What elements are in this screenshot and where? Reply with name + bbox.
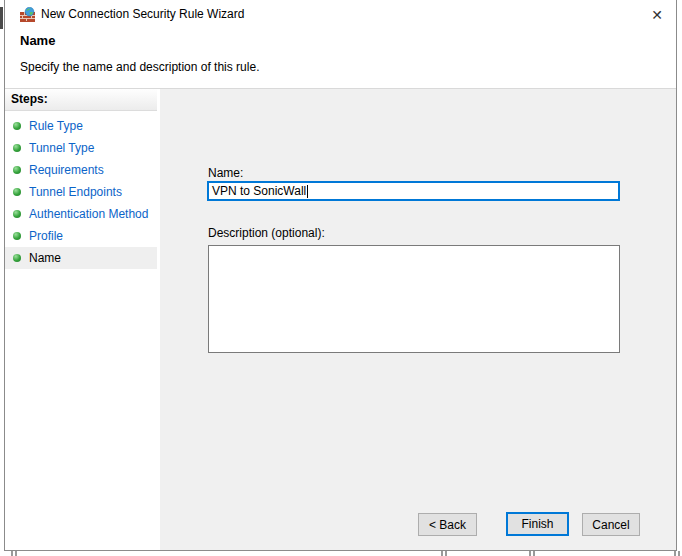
name-input-value: VPN to SonicWall (212, 184, 306, 198)
sidebar-item-tunnel-type[interactable]: Tunnel Type (5, 137, 157, 159)
steps-list: Rule Type Tunnel Type Requirements Tunne… (5, 115, 157, 269)
background-splitter-mark (674, 551, 680, 556)
page-title: Name (20, 33, 55, 48)
step-bullet-icon (13, 254, 21, 262)
step-bullet-icon (13, 144, 21, 152)
firewall-icon (20, 7, 35, 22)
description-input[interactable] (208, 245, 620, 353)
sidebar-item-rule-type[interactable]: Rule Type (5, 115, 157, 137)
name-field-label: Name: (208, 166, 243, 180)
sidebar-item-name[interactable]: Name (5, 247, 157, 269)
sidebar-item-profile[interactable]: Profile (5, 225, 157, 247)
text-caret (307, 185, 308, 198)
title-bar[interactable]: New Connection Security Rule Wizard ✕ (5, 0, 676, 29)
background-splitter-mark (441, 551, 447, 556)
name-input[interactable]: VPN to SonicWall (207, 181, 620, 201)
step-bullet-icon (13, 122, 21, 130)
background-splitter-mark (11, 551, 17, 556)
close-icon: ✕ (651, 8, 663, 22)
steps-heading: Steps: (5, 89, 157, 111)
cancel-button[interactable]: Cancel (582, 513, 640, 536)
step-label: Requirements (29, 163, 104, 177)
background-splitter-mark (529, 551, 535, 556)
steps-sidebar: Steps: Rule Type Tunnel Type Requirement… (5, 89, 157, 550)
step-label: Tunnel Endpoints (29, 185, 122, 199)
description-field-label: Description (optional): (208, 226, 325, 240)
page-subtitle: Specify the name and description of this… (20, 60, 259, 74)
sidebar-item-requirements[interactable]: Requirements (5, 159, 157, 181)
wizard-dialog: New Connection Security Rule Wizard ✕ Na… (4, 0, 677, 551)
window-title: New Connection Security Rule Wizard (41, 0, 244, 29)
finish-button[interactable]: Finish (506, 512, 569, 536)
step-bullet-icon (13, 188, 21, 196)
step-label: Profile (29, 229, 63, 243)
screen-background: New Connection Security Rule Wizard ✕ Na… (0, 0, 682, 556)
step-bullet-icon (13, 210, 21, 218)
sidebar-item-tunnel-endpoints[interactable]: Tunnel Endpoints (5, 181, 157, 203)
close-button[interactable]: ✕ (644, 2, 670, 27)
step-bullet-icon (13, 232, 21, 240)
step-label: Name (29, 251, 61, 265)
background-window-edge (0, 7, 3, 29)
back-button[interactable]: < Back (418, 513, 477, 536)
step-label: Rule Type (29, 119, 83, 133)
step-label: Authentication Method (29, 207, 148, 221)
sidebar-item-authentication-method[interactable]: Authentication Method (5, 203, 157, 225)
step-bullet-icon (13, 166, 21, 174)
step-label: Tunnel Type (29, 141, 94, 155)
